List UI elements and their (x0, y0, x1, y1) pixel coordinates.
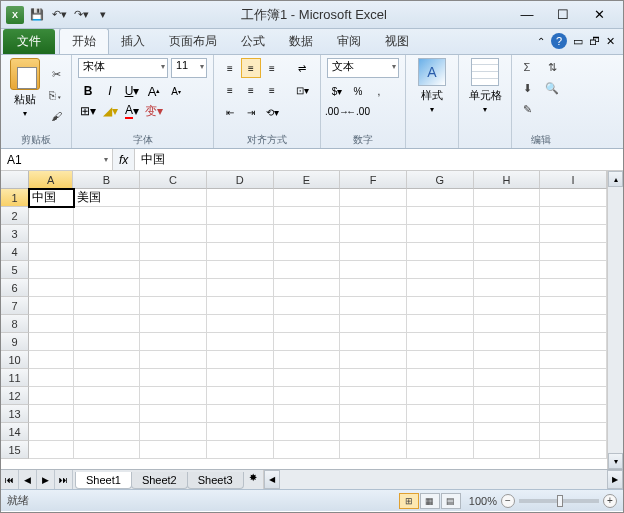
zoom-thumb[interactable] (557, 495, 563, 507)
cell-D12[interactable] (207, 387, 274, 405)
styles-button[interactable]: A 样式 ▾ (412, 58, 452, 135)
cell-F13[interactable] (340, 405, 407, 423)
cell-D13[interactable] (207, 405, 274, 423)
cell-E2[interactable] (274, 207, 341, 225)
row-header-12[interactable]: 12 (1, 387, 29, 405)
cell-G3[interactable] (407, 225, 474, 243)
cell-G14[interactable] (407, 423, 474, 441)
cell-E4[interactable] (274, 243, 341, 261)
cell-H1[interactable] (474, 189, 541, 207)
sheet-tab-sheet2[interactable]: Sheet2 (131, 472, 188, 489)
decrease-indent-icon[interactable]: ⇤ (220, 102, 240, 122)
formula-input[interactable]: 中国 (135, 149, 623, 170)
cell-B1[interactable]: 美国 (74, 189, 141, 207)
normal-view-icon[interactable]: ⊞ (399, 493, 419, 509)
sheet-last-icon[interactable]: ⏭ (55, 470, 73, 489)
cell-D1[interactable] (207, 189, 274, 207)
cell-H13[interactable] (474, 405, 541, 423)
row-header-5[interactable]: 5 (1, 261, 29, 279)
cell-H2[interactable] (474, 207, 541, 225)
name-box[interactable]: A1▾ (1, 149, 113, 170)
row-header-6[interactable]: 6 (1, 279, 29, 297)
column-header-H[interactable]: H (474, 171, 541, 189)
fill-button[interactable]: ⬇ (518, 79, 536, 97)
cell-B7[interactable] (74, 297, 141, 315)
format-painter-icon[interactable]: 🖌 (47, 107, 65, 125)
align-left-icon[interactable]: ≡ (220, 80, 240, 100)
cell-D14[interactable] (207, 423, 274, 441)
row-header-2[interactable]: 2 (1, 207, 29, 225)
cell-B8[interactable] (74, 315, 141, 333)
cell-F1[interactable] (340, 189, 407, 207)
grow-font-button[interactable]: A▴ (144, 81, 164, 101)
column-header-D[interactable]: D (207, 171, 274, 189)
scroll-right-icon[interactable]: ▶ (607, 470, 623, 489)
tab-view[interactable]: 视图 (373, 29, 421, 54)
cell-A6[interactable] (29, 279, 74, 297)
font-name-select[interactable]: 宋体▾ (78, 58, 168, 78)
cell-A9[interactable] (29, 333, 74, 351)
cell-F8[interactable] (340, 315, 407, 333)
cell-I13[interactable] (540, 405, 607, 423)
zoom-out-button[interactable]: − (501, 494, 515, 508)
maximize-button[interactable]: ☐ (551, 6, 575, 24)
cell-D15[interactable] (207, 441, 274, 459)
cell-C12[interactable] (140, 387, 207, 405)
redo-icon[interactable]: ↷▾ (71, 5, 91, 25)
scroll-down-icon[interactable]: ▾ (608, 453, 623, 469)
row-header-11[interactable]: 11 (1, 369, 29, 387)
cell-C11[interactable] (140, 369, 207, 387)
cell-A11[interactable] (29, 369, 74, 387)
clear-button[interactable]: ✎ (518, 100, 536, 118)
cell-I5[interactable] (540, 261, 607, 279)
cell-D11[interactable] (207, 369, 274, 387)
cell-C1[interactable] (140, 189, 207, 207)
close-button[interactable]: ✕ (587, 6, 611, 24)
save-icon[interactable]: 💾 (27, 5, 47, 25)
cell-F10[interactable] (340, 351, 407, 369)
autosum-button[interactable]: Σ (518, 58, 536, 76)
cell-H10[interactable] (474, 351, 541, 369)
cell-A2[interactable] (29, 207, 74, 225)
font-size-select[interactable]: 11▾ (171, 58, 207, 78)
column-header-B[interactable]: B (73, 171, 140, 189)
zoom-in-button[interactable]: + (603, 494, 617, 508)
cell-B9[interactable] (74, 333, 141, 351)
tab-data[interactable]: 数据 (277, 29, 325, 54)
find-select-icon[interactable]: 🔍 (540, 79, 564, 97)
cell-B10[interactable] (74, 351, 141, 369)
column-header-F[interactable]: F (340, 171, 407, 189)
column-header-E[interactable]: E (274, 171, 341, 189)
cell-G9[interactable] (407, 333, 474, 351)
cell-H15[interactable] (474, 441, 541, 459)
zoom-level[interactable]: 100% (469, 495, 497, 507)
cell-D4[interactable] (207, 243, 274, 261)
column-header-I[interactable]: I (540, 171, 607, 189)
border-button[interactable]: ⊞▾ (78, 101, 98, 121)
cell-E5[interactable] (274, 261, 341, 279)
bold-button[interactable]: B (78, 81, 98, 101)
cell-F7[interactable] (340, 297, 407, 315)
cell-D2[interactable] (207, 207, 274, 225)
cell-G13[interactable] (407, 405, 474, 423)
tab-review[interactable]: 审阅 (325, 29, 373, 54)
cell-E7[interactable] (274, 297, 341, 315)
cell-C2[interactable] (140, 207, 207, 225)
row-header-9[interactable]: 9 (1, 333, 29, 351)
cell-E14[interactable] (274, 423, 341, 441)
cell-E3[interactable] (274, 225, 341, 243)
cell-C14[interactable] (140, 423, 207, 441)
page-break-view-icon[interactable]: ▤ (441, 493, 461, 509)
currency-icon[interactable]: $▾ (327, 81, 347, 101)
cell-I12[interactable] (540, 387, 607, 405)
cell-B5[interactable] (74, 261, 141, 279)
number-format-select[interactable]: 文本▾ (327, 58, 399, 78)
cell-H6[interactable] (474, 279, 541, 297)
row-header-1[interactable]: 1 (1, 189, 29, 207)
cell-I2[interactable] (540, 207, 607, 225)
align-center-icon[interactable]: ≡ (241, 80, 261, 100)
cell-I11[interactable] (540, 369, 607, 387)
underline-button[interactable]: U▾ (122, 81, 142, 101)
copy-icon[interactable]: ⎘▾ (47, 86, 65, 104)
cell-H4[interactable] (474, 243, 541, 261)
